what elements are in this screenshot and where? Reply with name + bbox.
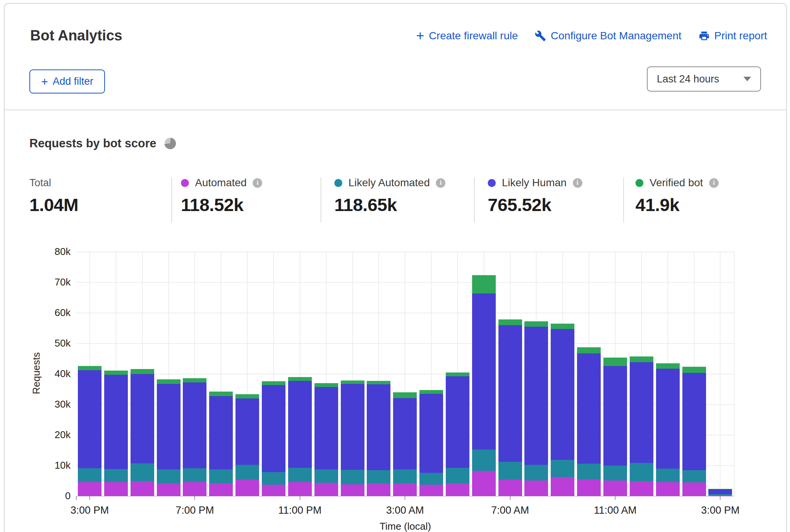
bar-segment-verified-bot[interactable] — [419, 390, 443, 394]
bar-segment-automated[interactable] — [288, 482, 312, 496]
bar-segment-likely-human[interactable] — [157, 384, 181, 469]
time-range-select[interactable]: Last 24 hours — [647, 66, 761, 92]
bar-segment-automated[interactable] — [577, 479, 601, 496]
bar-segment-verified-bot[interactable] — [630, 356, 653, 362]
bar-segment-automated[interactable] — [498, 480, 522, 496]
bar-segment-likely-human[interactable] — [235, 398, 259, 465]
bar-segment-automated[interactable] — [682, 482, 706, 496]
bar-segment-verified-bot[interactable] — [472, 275, 496, 293]
bar-segment-automated[interactable] — [524, 480, 548, 496]
bar-segment-verified-bot[interactable] — [157, 379, 181, 384]
bar-segment-automated[interactable] — [393, 484, 417, 496]
bar-segment-automated[interactable] — [314, 483, 338, 496]
bar-segment-verified-bot[interactable] — [603, 358, 627, 366]
bar-segment-likely-human[interactable] — [78, 370, 102, 468]
bar-segment-likely-human[interactable] — [314, 387, 338, 469]
bar-segment-verified-bot[interactable] — [314, 383, 338, 387]
bar-segment-likely-automated[interactable] — [419, 473, 443, 484]
bar-segment-likely-human[interactable] — [288, 381, 312, 468]
bar-segment-verified-bot[interactable] — [498, 319, 522, 325]
bar-segment-verified-bot[interactable] — [78, 366, 102, 370]
create-firewall-rule-link[interactable]: + Create firewall rule — [416, 30, 518, 42]
bar-segment-likely-automated[interactable] — [209, 469, 233, 483]
bar-segment-likely-automated[interactable] — [288, 468, 312, 482]
bar-segment-likely-automated[interactable] — [708, 494, 732, 495]
bar-segment-likely-automated[interactable] — [472, 450, 496, 471]
info-icon[interactable]: i — [253, 178, 262, 188]
bar-segment-verified-bot[interactable] — [209, 392, 233, 396]
bar-segment-likely-automated[interactable] — [183, 468, 206, 482]
bar-segment-likely-automated[interactable] — [682, 470, 706, 482]
bar-segment-likely-human[interactable] — [630, 362, 653, 463]
bar-segment-automated[interactable] — [472, 471, 496, 496]
bar-segment-likely-human[interactable] — [419, 394, 443, 473]
bar-segment-likely-human[interactable] — [183, 382, 206, 468]
bar-segment-likely-automated[interactable] — [131, 463, 154, 481]
bar-segment-verified-bot[interactable] — [341, 380, 364, 384]
info-icon[interactable]: i — [436, 178, 445, 188]
bar-segment-automated[interactable] — [656, 482, 680, 496]
bar-segment-automated[interactable] — [183, 482, 206, 496]
bar-segment-likely-automated[interactable] — [235, 465, 259, 479]
bar-segment-likely-automated[interactable] — [656, 469, 680, 482]
bar-segment-verified-bot[interactable] — [682, 367, 706, 373]
bar-segment-likely-human[interactable] — [209, 396, 233, 469]
bar-segment-likely-automated[interactable] — [157, 469, 181, 483]
info-icon[interactable]: i — [573, 178, 582, 188]
bar-segment-likely-human[interactable] — [393, 398, 417, 469]
add-filter-button[interactable]: + Add filter — [29, 69, 105, 94]
bar-segment-likely-human[interactable] — [498, 325, 522, 462]
bar-segment-verified-bot[interactable] — [367, 381, 390, 385]
bar-segment-verified-bot[interactable] — [235, 394, 259, 398]
bar-segment-automated[interactable] — [209, 483, 233, 496]
bar-segment-likely-human[interactable] — [341, 384, 364, 470]
bar-segment-verified-bot[interactable] — [393, 392, 417, 398]
bar-segment-automated[interactable] — [78, 482, 102, 496]
bar-segment-likely-automated[interactable] — [630, 463, 653, 481]
bar-segment-likely-human[interactable] — [603, 366, 627, 466]
bar-segment-automated[interactable] — [446, 484, 469, 496]
bar-segment-likely-human[interactable] — [104, 375, 128, 469]
bar-segment-likely-automated[interactable] — [367, 470, 390, 484]
bar-segment-likely-automated[interactable] — [577, 464, 601, 479]
bar-segment-likely-automated[interactable] — [104, 469, 128, 482]
bar-segment-automated[interactable] — [262, 485, 285, 496]
bar-segment-likely-human[interactable] — [472, 293, 496, 450]
bar-segment-automated[interactable] — [235, 480, 259, 496]
bar-segment-verified-bot[interactable] — [131, 369, 154, 374]
bar-segment-automated[interactable] — [630, 481, 653, 496]
bar-segment-likely-human[interactable] — [367, 384, 390, 470]
bar-segment-likely-human[interactable] — [577, 353, 601, 464]
bar-segment-likely-automated[interactable] — [603, 466, 627, 480]
bar-segment-verified-bot[interactable] — [708, 489, 732, 489]
bar-segment-verified-bot[interactable] — [577, 347, 601, 353]
bar-segment-verified-bot[interactable] — [446, 372, 469, 376]
print-report-link[interactable]: Print report — [698, 30, 767, 42]
info-icon[interactable]: i — [709, 178, 719, 188]
bar-segment-likely-automated[interactable] — [341, 470, 364, 484]
bar-segment-likely-human[interactable] — [551, 329, 574, 459]
bar-segment-likely-automated[interactable] — [314, 469, 338, 483]
bar-segment-likely-human[interactable] — [131, 374, 154, 463]
bar-segment-verified-bot[interactable] — [104, 371, 128, 374]
bar-segment-automated[interactable] — [367, 484, 390, 496]
bar-segment-likely-automated[interactable] — [393, 469, 417, 484]
bar-segment-automated[interactable] — [341, 484, 364, 496]
bar-segment-likely-automated[interactable] — [551, 460, 574, 477]
bar-segment-automated[interactable] — [603, 480, 627, 496]
bar-segment-likely-human[interactable] — [446, 376, 469, 468]
bar-segment-verified-bot[interactable] — [183, 378, 206, 382]
bar-segment-likely-human[interactable] — [656, 369, 680, 469]
bar-segment-likely-human[interactable] — [262, 385, 285, 472]
bar-segment-likely-automated[interactable] — [78, 468, 102, 482]
bar-segment-verified-bot[interactable] — [551, 324, 574, 329]
bar-segment-automated[interactable] — [157, 483, 181, 496]
bar-segment-verified-bot[interactable] — [656, 363, 680, 369]
bar-segment-likely-human[interactable] — [708, 489, 732, 495]
bar-segment-verified-bot[interactable] — [262, 381, 285, 385]
bar-segment-automated[interactable] — [104, 482, 128, 496]
bar-segment-automated[interactable] — [419, 485, 443, 496]
bar-segment-likely-automated[interactable] — [524, 465, 548, 480]
configure-bot-management-link[interactable]: Configure Bot Management — [535, 30, 681, 42]
bar-segment-likely-automated[interactable] — [262, 472, 285, 485]
